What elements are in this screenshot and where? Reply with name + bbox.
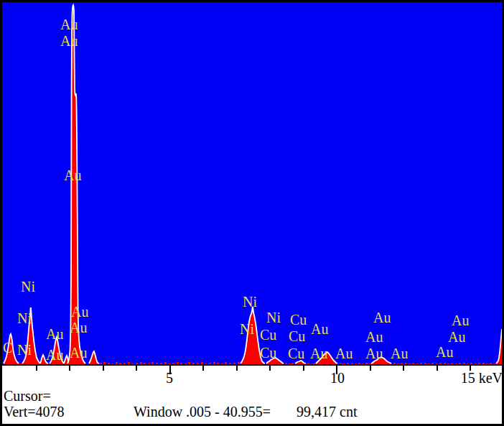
- x-axis-tick-1kev: [36, 366, 37, 371]
- element-label-au: Au: [70, 320, 87, 335]
- status-counts: 99,417 cnt: [297, 404, 357, 420]
- element-label-ni: Ni: [21, 279, 35, 294]
- element-label-au: Au: [452, 313, 469, 328]
- element-label-au: Au: [71, 305, 88, 319]
- element-label-cu: Cu: [260, 346, 276, 360]
- element-label-au: Au: [46, 327, 63, 341]
- x-axis-line: [2, 364, 502, 366]
- element-label-au: Au: [310, 346, 327, 361]
- element-label-au: Au: [391, 346, 408, 361]
- element-label-au: Au: [335, 346, 353, 361]
- x-axis-label-15-kev: 15 keV: [461, 370, 503, 386]
- element-label-au: Au: [436, 345, 453, 359]
- eds-spectrum-window: AuAuAuNiNiAuAuAuCNiAuAuNiNiNiCuCuCuCuCuA…: [0, 0, 504, 426]
- x-axis-tick-2kev: [69, 366, 70, 371]
- element-label-au: Au: [365, 346, 383, 361]
- element-label-au: Au: [70, 346, 87, 360]
- x-axis-label-10: 10: [330, 370, 345, 386]
- element-label-au: Au: [448, 330, 465, 344]
- element-label-au: Au: [46, 348, 63, 362]
- element-label-ni: Ni: [17, 311, 32, 325]
- element-label-c: C: [3, 341, 12, 355]
- x-axis-tick-12kev: [403, 366, 404, 371]
- x-axis-label-5: 5: [166, 370, 173, 386]
- element-label-ni: Ni: [17, 343, 32, 357]
- x-axis-tick-9kev: [303, 366, 304, 371]
- element-label-cu: Cu: [290, 312, 307, 327]
- element-label-cu: Cu: [260, 328, 276, 342]
- element-label-cu: Cu: [289, 329, 305, 343]
- spectrum-plot-area[interactable]: AuAuAuNiNiAuAuAuCNiAuAuNiNiNiCuCuCuCuCuA…: [2, 2, 502, 364]
- x-axis-tick-7kev: [236, 366, 238, 371]
- element-label-cu: Cu: [288, 346, 304, 361]
- element-label-au: Au: [373, 310, 391, 325]
- x-axis-tick-4kev: [136, 366, 137, 371]
- x-axis-tick-13kev: [437, 366, 438, 371]
- status-vert: Vert=4078: [4, 404, 65, 420]
- element-label-ni: Ni: [243, 295, 257, 309]
- status-cursor: Cursor=: [4, 388, 51, 404]
- element-label-au: Au: [311, 322, 328, 336]
- element-label-au: Au: [60, 17, 78, 32]
- x-axis-tick-11kev: [370, 366, 371, 371]
- element-label-au: Au: [365, 330, 383, 344]
- element-label-ni: Ni: [240, 322, 254, 336]
- x-axis-tick-6kev: [202, 366, 204, 371]
- element-label-au: Au: [64, 168, 81, 182]
- status-window: Window .005 - 40.955=: [134, 404, 271, 420]
- element-label-au: Au: [60, 34, 78, 48]
- x-axis-tick-8kev: [269, 366, 271, 371]
- x-axis-tick-3kev: [103, 366, 104, 371]
- element-label-ni: Ni: [266, 310, 281, 325]
